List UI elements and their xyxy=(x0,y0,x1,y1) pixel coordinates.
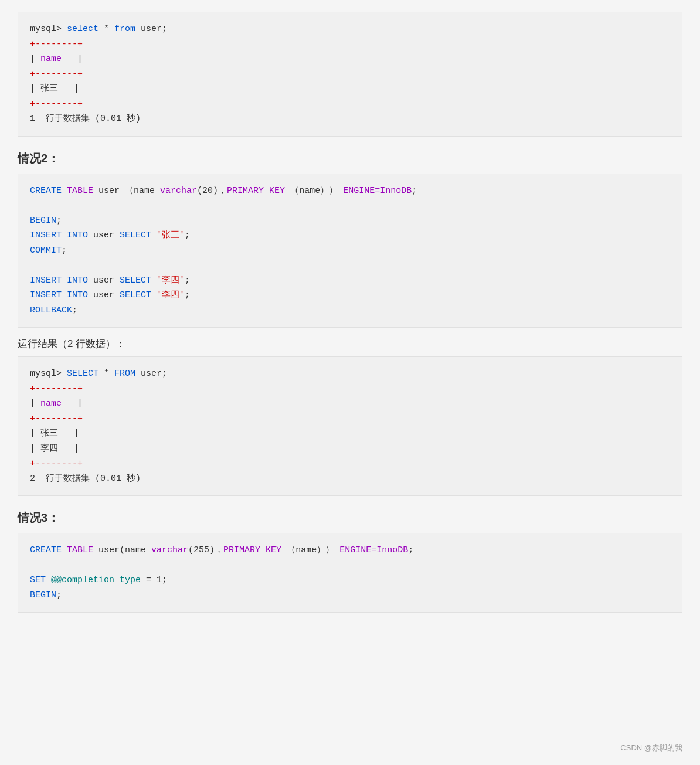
result-label-2: 运行结果（2 行数据）： xyxy=(18,337,682,351)
footer-credit: CSDN @赤脚的我 xyxy=(620,743,682,753)
section-title-2: 情况2： xyxy=(18,151,682,166)
code-block-situation-2: CREATE TABLE user （name varchar(20)，PRIM… xyxy=(18,174,682,328)
section-title-3: 情况3： xyxy=(18,510,682,526)
code-block-situation-3: CREATE TABLE user(name varchar(255)，PRIM… xyxy=(18,533,682,613)
code-block-result-2: mysql> SELECT * FROM user; +--------+ | … xyxy=(18,356,682,496)
code-block-result-1: mysql> select * from user; +--------+ | … xyxy=(18,12,682,137)
